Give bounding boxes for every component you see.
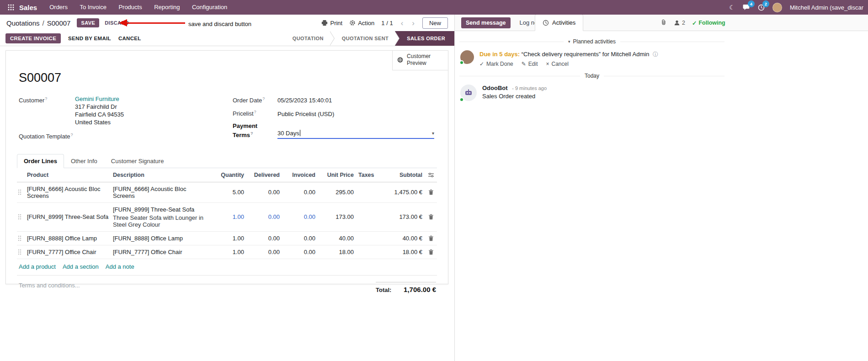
cell-product[interactable]: [FURN_8999] Three-Seat Sofa <box>25 210 111 223</box>
drag-handle-icon[interactable] <box>17 246 25 258</box>
edit-activity-button[interactable]: ✎ Edit <box>522 61 538 67</box>
menu-configuration[interactable]: Configuration <box>187 0 232 15</box>
tab-customer-signature[interactable]: Customer Signature <box>104 154 171 168</box>
drag-handle-icon[interactable] <box>17 211 25 223</box>
cell-quantity[interactable]: 1.00 <box>209 245 247 259</box>
dropdown-caret-icon[interactable]: ▾ <box>432 131 434 136</box>
dark-mode-moon-icon[interactable]: ☾ <box>729 4 735 11</box>
cell-invoiced[interactable]: 0.00 <box>282 186 318 199</box>
breadcrumb-quotations[interactable]: Quotations <box>6 19 40 27</box>
delete-line-icon[interactable] <box>425 232 437 244</box>
drag-handle-icon[interactable] <box>17 186 25 198</box>
add-note-link[interactable]: Add a note <box>106 263 134 270</box>
cell-unit-price[interactable]: 173.00 <box>318 210 357 223</box>
delete-line-icon[interactable] <box>425 186 437 198</box>
pager: 1 / 1 <box>381 20 393 27</box>
order-date-field[interactable]: 05/25/2023 15:40:01 <box>277 96 332 104</box>
cancel-activity-button[interactable]: × Cancel <box>546 61 569 67</box>
stage-quotation-sent[interactable]: QUOTATION SENT <box>330 31 395 46</box>
cell-invoiced[interactable]: 0.00 <box>282 245 318 259</box>
cell-unit-price[interactable]: 40.00 <box>318 232 357 245</box>
cell-delivered[interactable]: 0.00 <box>247 245 282 259</box>
attachment-button[interactable] <box>660 19 667 27</box>
optional-columns-icon[interactable] <box>425 169 437 181</box>
cancel-button[interactable]: CANCEL <box>118 36 141 41</box>
cell-taxes[interactable] <box>357 235 382 241</box>
cell-taxes[interactable] <box>357 189 382 196</box>
stage-quotation[interactable]: QUOTATION <box>281 31 330 46</box>
print-button[interactable]: Print <box>321 20 342 27</box>
info-icon[interactable]: ⓘ <box>653 51 658 58</box>
cell-invoiced[interactable]: 0.00 <box>282 232 318 245</box>
cell-unit-price[interactable]: 18.00 <box>318 245 357 259</box>
action-button[interactable]: Action <box>349 20 374 27</box>
pricelist-label-text: Pricelist <box>233 111 254 117</box>
cell-taxes[interactable] <box>357 249 382 255</box>
apps-grid-icon[interactable] <box>5 4 17 11</box>
activities-tab[interactable]: Activities <box>535 14 583 31</box>
send-by-email-button[interactable]: SEND BY EMAIL <box>68 36 111 41</box>
cell-description[interactable]: [FURN_6666] Acoustic Bloc Screens <box>111 182 209 202</box>
cell-description[interactable]: [FURN_7777] Office Chair <box>111 245 209 259</box>
tab-order-lines[interactable]: Order Lines <box>17 154 64 168</box>
cell-description[interactable]: [FURN_8888] Office Lamp <box>111 232 209 245</box>
activity-avatar[interactable] <box>460 50 474 64</box>
top-navbar: Sales Orders To Invoice Products Reporti… <box>0 0 868 15</box>
chatter-message: OdooBot - 9 minutes ago Sales Order crea… <box>455 82 729 104</box>
planned-activities-header[interactable]: ▾ Planned activities <box>459 38 724 45</box>
pager-next-icon[interactable]: › <box>411 19 415 27</box>
tab-other-info[interactable]: Other Info <box>64 154 104 168</box>
mark-done-button[interactable]: ✓ Mark Done <box>479 61 513 67</box>
user-avatar[interactable] <box>772 3 782 12</box>
payment-terms-field[interactable]: 30 Days ▾ <box>277 129 434 139</box>
cell-taxes[interactable] <box>357 214 382 220</box>
new-button[interactable]: New <box>422 17 448 29</box>
pager-prev-icon[interactable]: ‹ <box>400 19 405 27</box>
cell-delivered[interactable]: 0.00 <box>247 186 282 199</box>
order-line-row[interactable]: [FURN_7777] Office Chair [FURN_7777] Off… <box>17 245 437 259</box>
cell-quantity[interactable]: 5.00 <box>209 186 247 199</box>
cell-product[interactable]: [FURN_7777] Office Chair <box>25 245 111 259</box>
cell-description[interactable]: [FURN_8999] Three-Seat Sofa Three Seater… <box>111 203 209 231</box>
cell-delivered[interactable]: 0.00 <box>247 210 282 223</box>
app-name[interactable]: Sales <box>19 4 37 11</box>
menu-to-invoice[interactable]: To Invoice <box>75 0 112 15</box>
cell-quantity[interactable]: 1.00 <box>209 232 247 245</box>
cell-unit-price[interactable]: 295.00 <box>318 186 357 199</box>
pricelist-field[interactable]: Public Pricelist (USD) <box>277 110 334 118</box>
menu-reporting[interactable]: Reporting <box>149 0 185 15</box>
order-line-row[interactable]: [FURN_8888] Office Lamp [FURN_8888] Offi… <box>17 232 437 245</box>
delete-line-icon[interactable] <box>425 246 437 258</box>
drag-handle-icon[interactable] <box>17 232 25 244</box>
cell-product[interactable]: [FURN_8888] Office Lamp <box>25 232 111 245</box>
odoobot-avatar[interactable] <box>460 85 477 101</box>
send-message-button[interactable]: Send message <box>461 17 511 28</box>
user-name[interactable]: Mitchell Admin (save_discar <box>790 4 863 11</box>
cell-delivered[interactable]: 0.00 <box>247 232 282 245</box>
cell-product[interactable]: [FURN_6666] Acoustic Bloc Screens <box>25 182 111 202</box>
add-product-link[interactable]: Add a product <box>19 263 56 270</box>
cell-quantity[interactable]: 1.00 <box>209 210 247 223</box>
messages-icon[interactable]: 4 <box>743 4 750 11</box>
order-line-row[interactable]: [FURN_6666] Acoustic Bloc Screens [FURN_… <box>17 182 437 203</box>
menu-products[interactable]: Products <box>113 0 147 15</box>
menu-orders[interactable]: Orders <box>44 0 73 15</box>
total-value: 1,706.00 € <box>404 286 436 293</box>
delete-line-icon[interactable] <box>425 211 437 223</box>
add-section-link[interactable]: Add a section <box>63 263 99 270</box>
create-invoice-button[interactable]: CREATE INVOICE <box>5 33 61 43</box>
activity-clock-icon[interactable]: 2 <box>758 4 765 11</box>
order-line-row[interactable]: [FURN_8999] Three-Seat Sofa [FURN_8999] … <box>17 203 437 232</box>
message-author[interactable]: OdooBot <box>482 85 508 91</box>
customer-link[interactable]: Gemini Furniture <box>75 96 119 102</box>
terms-placeholder[interactable]: Terms and conditions... <box>19 282 80 293</box>
handle-dots-glyph <box>18 235 21 241</box>
following-button[interactable]: ✓ Following <box>692 20 725 27</box>
help-marker: ? <box>262 96 265 101</box>
customer-street: 317 Fairchild Dr <box>75 103 124 111</box>
followers-button[interactable]: 2 <box>674 20 685 26</box>
cell-invoiced[interactable]: 0.00 <box>282 210 318 223</box>
save-button[interactable]: SAVE <box>77 18 99 27</box>
stage-sales-order[interactable]: SALES ORDER <box>395 31 454 46</box>
customer-preview-button[interactable]: Customer Preview <box>392 51 448 70</box>
